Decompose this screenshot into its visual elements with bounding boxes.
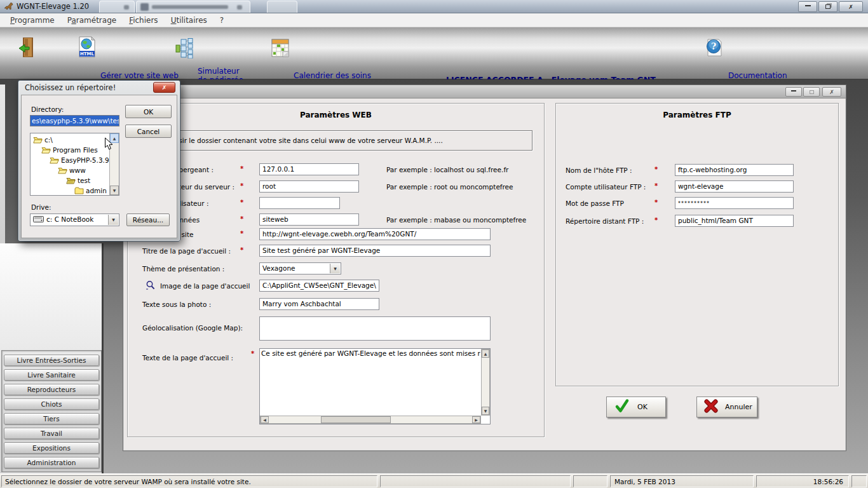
directory-input[interactable]: es\easyphp-5.3.9\www\test [30,115,119,126]
geolocation-field[interactable] [259,316,491,341]
ftp-host-field[interactable]: ftp.c-webhosting.org [675,164,794,176]
home-title-field[interactable]: Site test généré par WGNT-Elevage [259,245,491,257]
drive-icon [33,215,44,225]
required-star: * [654,182,658,189]
ftp-groupbox [555,103,839,386]
menu-programme[interactable]: Programme [4,13,61,27]
folder-closed-icon [74,187,84,194]
folder-open-icon [41,146,51,154]
minimize-button[interactable] [798,1,817,12]
calendar-icon[interactable] [271,37,290,60]
tree-item[interactable]: EasyPHP-5.3.9 [50,155,109,165]
user-account-field[interactable] [259,197,340,209]
background-tab [99,1,135,13]
dialog-cancel-button[interactable]: Cancel [125,125,172,138]
inner-maximize-button[interactable] [803,87,820,97]
field-label: Géolocalisation (Google Map): [142,324,243,332]
restore-icon [825,4,831,9]
scroll-thumb[interactable] [321,416,391,423]
ftp-account-field[interactable]: wgnt-elevage [675,180,794,193]
menu-help[interactable]: ? [214,13,230,27]
field-label: Texte de la page d'accueil : [142,354,233,362]
required-star: * [240,165,243,172]
ok-label: OK [637,403,648,411]
cancel-button[interactable]: Annuler [696,396,757,417]
choose-directory-dialog: Choisissez un répertoire! ✗ Directory: e… [18,80,180,241]
pedigree-icon[interactable] [175,38,193,61]
menu-parametrage[interactable]: Paramétrage [61,13,123,27]
close-icon: ✗ [829,89,834,95]
tree-item[interactable]: c:\ [33,135,53,145]
close-button[interactable]: ✗ [839,1,863,12]
sidebar-item-reproducteurs[interactable]: Reproducteurs [4,384,99,395]
scroll-right-icon[interactable]: ▶ [472,416,480,423]
svg-text:?: ? [711,41,716,51]
required-star: * [240,247,243,254]
home-image-field[interactable]: C:\AppliGnt_CW5ee\GNT_Elevage\ [259,280,379,292]
menu-fichiers[interactable]: Fichiers [123,13,164,27]
sidebar-item-expositions[interactable]: Expositions [4,442,99,454]
inner-minimize-button[interactable] [785,87,802,97]
home-text-area[interactable]: Ce site est généré par WGNT-Elevage et l… [259,348,491,424]
scroll-down-icon[interactable]: ▼ [110,186,119,195]
documentation-icon[interactable]: ? [705,38,723,60]
theme-select[interactable]: Vexagone ▼ [259,262,341,274]
inner-close-button[interactable]: ✗ [822,87,841,97]
ftp-remote-dir-field[interactable]: public_html/Team GNT [675,215,794,227]
tree-item[interactable]: test [66,175,90,186]
folder-open-icon [50,156,59,164]
status-time: 18:56:26 [756,475,849,487]
chevron-down-icon[interactable]: ▼ [330,264,340,273]
scroll-up-icon[interactable]: ▲ [482,349,489,358]
dialog-close-button[interactable]: ✗ [153,82,175,93]
tree-item[interactable]: www [58,165,86,175]
scroll-down-icon[interactable]: ▼ [482,407,489,415]
required-star: * [654,217,658,224]
folder-open-icon [58,166,67,174]
vertical-scrollbar[interactable]: ▲ ▼ [481,349,490,416]
html-site-icon[interactable]: HTML [78,36,96,60]
site-url-field[interactable]: http://wgnt-elevage.cwebh.org/Team%20GNT… [259,228,491,240]
window-title: WGNT-Elevage 1.20 [17,2,89,11]
required-star: * [654,199,658,206]
ftp-password-field[interactable]: ********** [675,197,794,209]
photo-caption-field[interactable]: Marry vom Aschbachtal [259,298,379,310]
host-server-field[interactable]: 127.0.0.1 [259,163,359,175]
dialog-ok-button[interactable]: OK [125,105,172,118]
magnifier-icon[interactable] [146,280,156,294]
restore-button[interactable] [818,1,837,12]
status-segment [573,475,607,487]
drive-select[interactable]: c: C NoteBook ▼ [30,214,119,226]
network-button[interactable]: Réseau... [126,214,170,226]
sidebar-item-tiers[interactable]: Tiers [4,413,99,424]
choose-wamp-folder-button[interactable]: Choisir le dossier contenant votre site … [133,130,532,151]
status-bar: Sélectionnez le dossier de votre serveur… [0,473,868,488]
sidebar-item-travail[interactable]: Travail [4,428,99,439]
title-bar: WGNT-Elevage 1.20 ✗ [0,0,868,13]
tree-item[interactable]: Program Files [41,145,98,155]
manage-site-label[interactable]: Gérer votre site web [100,71,179,80]
scroll-left-icon[interactable]: ◀ [261,416,269,423]
directory-label: Directory: [31,105,64,113]
folder-open-icon [33,136,43,144]
exit-door-icon[interactable] [18,36,36,62]
sidebar-item-chiots[interactable]: Chiots [4,398,99,410]
care-calendar-label[interactable]: Calendrier des soins [294,71,371,80]
drive-label: Drive: [31,203,51,211]
app-dog-icon [4,1,14,11]
database-field[interactable]: siteweb [259,214,359,226]
menu-utilitaires[interactable]: Utilitaires [165,13,214,27]
server-admin-field[interactable]: root [259,180,359,193]
sidebar-item-livre-entrees-sorties[interactable]: Livre Entrées-Sorties [4,355,99,366]
minimize-icon [805,4,811,6]
status-date: Mardi, 5 FEB 2013 [610,475,754,487]
chevron-down-icon[interactable]: ▼ [108,215,118,225]
tree-item[interactable]: admin [74,186,107,196]
horizontal-scrollbar[interactable]: ◀ ▶ [260,416,481,424]
ok-button[interactable]: OK [606,396,666,417]
sidebar-item-livre-sanitaire[interactable]: Livre Sanitaire [4,369,99,381]
field-label: Compte utilisateur FTP : [566,183,646,191]
documentation-label[interactable]: Documentation [728,71,787,80]
menu-bar: Programme Paramétrage Fichiers Utilitair… [0,13,868,27]
sidebar-item-administration[interactable]: Administration [4,457,99,468]
